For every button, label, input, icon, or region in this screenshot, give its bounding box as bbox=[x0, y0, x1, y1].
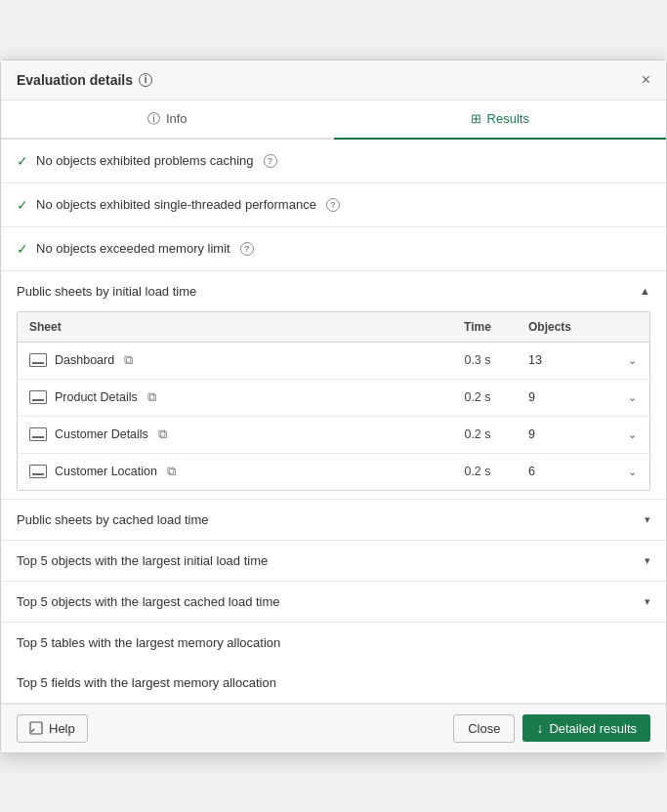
sheet-name-text: Customer Details bbox=[55, 427, 148, 441]
section-top5-cached-title: Top 5 objects with the largest cached lo… bbox=[17, 594, 280, 609]
section-top5-memory-fields-title: Top 5 fields with the largest memory all… bbox=[17, 675, 276, 690]
table-row: Dashboard ⧉ 0.3 s 13 ⌄ bbox=[18, 342, 649, 379]
public-sheets-initial-table: Sheet Time Objects Dashboard bbox=[18, 312, 649, 490]
cell-sheet-name: Product Details ⧉ bbox=[18, 379, 438, 416]
close-footer-button[interactable]: Close bbox=[453, 714, 515, 743]
copy-icon[interactable]: ⧉ bbox=[156, 426, 169, 444]
col-header-time: Time bbox=[438, 312, 517, 343]
tab-results-label: Results bbox=[487, 111, 529, 126]
cell-objects: 13 bbox=[517, 342, 614, 379]
public-sheets-initial-table-container: Sheet Time Objects Dashboard bbox=[17, 311, 650, 491]
copy-icon[interactable]: ⧉ bbox=[122, 351, 135, 370]
cell-sheet-name: Customer Details ⧉ bbox=[18, 416, 438, 453]
sheet-icon bbox=[29, 465, 47, 478]
row-expand-button[interactable]: ⌄ bbox=[628, 428, 637, 441]
section-top5-cached-chevron: ▾ bbox=[645, 595, 650, 608]
check-single-thread-icon: ✓ bbox=[17, 197, 28, 213]
cell-time: 0.2 s bbox=[438, 453, 517, 490]
sheet-icon bbox=[29, 390, 47, 404]
copy-icon[interactable]: ⧉ bbox=[165, 463, 178, 481]
check-caching-icon: ✓ bbox=[17, 153, 28, 169]
cell-expand: ⌄ bbox=[614, 453, 649, 490]
section-public-sheets-initial-chevron: ▲ bbox=[640, 285, 650, 297]
evaluation-details-modal: Evaluation details i × ⓘ Info ⊞ Results … bbox=[0, 60, 667, 753]
cell-expand: ⌄ bbox=[614, 379, 649, 416]
cell-time: 0.3 s bbox=[438, 342, 517, 379]
copy-icon[interactable]: ⧉ bbox=[146, 388, 158, 407]
sheet-icon bbox=[29, 427, 47, 441]
check-caching-help-icon[interactable]: ? bbox=[264, 154, 277, 168]
tab-info-label: Info bbox=[166, 111, 188, 126]
sheet-name-text: Customer Location bbox=[55, 465, 157, 478]
sheet-name-text: Dashboard bbox=[55, 353, 114, 367]
footer-right-actions: Close ↓ Detailed results bbox=[453, 714, 650, 743]
col-header-objects: Objects bbox=[517, 312, 614, 343]
cell-objects: 6 bbox=[517, 453, 614, 490]
check-memory-text: No objects exceeded memory limit bbox=[36, 241, 230, 256]
row-expand-button[interactable]: ⌄ bbox=[628, 466, 637, 478]
download-icon: ↓ bbox=[536, 720, 543, 736]
section-top5-initial-header[interactable]: Top 5 objects with the largest initial l… bbox=[1, 541, 666, 582]
modal-header: Evaluation details i × bbox=[1, 61, 666, 101]
close-button[interactable]: × bbox=[642, 72, 650, 88]
check-caching-text: No objects exhibited problems caching bbox=[36, 153, 254, 168]
cell-expand: ⌄ bbox=[614, 416, 649, 453]
section-public-sheets-cached-header[interactable]: Public sheets by cached load time ▾ bbox=[1, 500, 666, 541]
detailed-results-button[interactable]: ↓ Detailed results bbox=[522, 714, 650, 742]
sheet-icon bbox=[29, 353, 47, 367]
help-button[interactable]: Help bbox=[17, 714, 88, 743]
cell-time: 0.2 s bbox=[438, 379, 517, 416]
cell-expand: ⌄ bbox=[614, 342, 649, 379]
section-top5-memory-fields-header[interactable]: Top 5 fields with the largest memory all… bbox=[1, 663, 666, 704]
section-public-sheets-initial-title: Public sheets by initial load time bbox=[17, 284, 196, 299]
help-button-label: Help bbox=[49, 721, 75, 736]
section-top5-initial-title: Top 5 objects with the largest initial l… bbox=[17, 553, 268, 568]
table-row: Customer Details ⧉ 0.2 s 9 ⌄ bbox=[18, 416, 649, 453]
cell-sheet-name: Dashboard ⧉ bbox=[18, 342, 438, 379]
results-tab-icon: ⊞ bbox=[471, 111, 481, 126]
sheet-name-text: Product Details bbox=[55, 390, 138, 404]
section-top5-cached-header[interactable]: Top 5 objects with the largest cached lo… bbox=[1, 582, 666, 623]
title-text: Evaluation details bbox=[17, 72, 133, 88]
modal-footer: Help Close ↓ Detailed results bbox=[1, 704, 666, 752]
table-row: Customer Location ⧉ 0.2 s 6 ⌄ bbox=[18, 453, 649, 490]
tab-results[interactable]: ⊞ Results bbox=[334, 101, 667, 140]
tabs-bar: ⓘ Info ⊞ Results bbox=[1, 101, 666, 140]
info-tab-icon: ⓘ bbox=[147, 110, 160, 128]
modal-title: Evaluation details i bbox=[17, 72, 152, 88]
row-expand-button[interactable]: ⌄ bbox=[628, 391, 637, 404]
check-single-thread-help-icon[interactable]: ? bbox=[326, 198, 340, 212]
section-top5-initial-chevron: ▾ bbox=[645, 554, 650, 567]
section-top5-memory-tables-header[interactable]: Top 5 tables with the largest memory all… bbox=[1, 623, 666, 663]
row-expand-button[interactable]: ⌄ bbox=[628, 354, 637, 367]
cell-objects: 9 bbox=[517, 416, 614, 453]
cell-sheet-name: Customer Location ⧉ bbox=[18, 453, 438, 490]
help-icon bbox=[29, 721, 43, 735]
section-top5-memory-tables-title: Top 5 tables with the largest memory all… bbox=[17, 635, 280, 650]
modal-body: ✓ No objects exhibited problems caching … bbox=[1, 140, 666, 704]
section-public-sheets-cached-title: Public sheets by cached load time bbox=[17, 512, 209, 527]
detailed-results-label: Detailed results bbox=[549, 721, 637, 736]
section-public-sheets-initial: Public sheets by initial load time ▲ She… bbox=[1, 271, 666, 500]
section-public-sheets-cached-chevron: ▾ bbox=[645, 513, 650, 526]
check-single-thread-text: No objects exhibited single-threaded per… bbox=[36, 197, 316, 212]
cell-time: 0.2 s bbox=[438, 416, 517, 453]
title-info-icon[interactable]: i bbox=[139, 73, 152, 87]
svg-rect-0 bbox=[30, 722, 42, 734]
cell-objects: 9 bbox=[517, 379, 614, 416]
col-header-expand bbox=[614, 312, 649, 343]
check-memory: ✓ No objects exceeded memory limit ? bbox=[1, 227, 666, 271]
check-caching: ✓ No objects exhibited problems caching … bbox=[1, 140, 666, 183]
section-public-sheets-initial-header[interactable]: Public sheets by initial load time ▲ bbox=[1, 271, 666, 311]
check-single-thread: ✓ No objects exhibited single-threaded p… bbox=[1, 183, 666, 227]
col-header-sheet: Sheet bbox=[18, 312, 438, 343]
check-memory-icon: ✓ bbox=[17, 241, 28, 257]
check-memory-help-icon[interactable]: ? bbox=[240, 242, 254, 256]
table-row: Product Details ⧉ 0.2 s 9 ⌄ bbox=[18, 379, 649, 416]
tab-info[interactable]: ⓘ Info bbox=[1, 101, 334, 138]
